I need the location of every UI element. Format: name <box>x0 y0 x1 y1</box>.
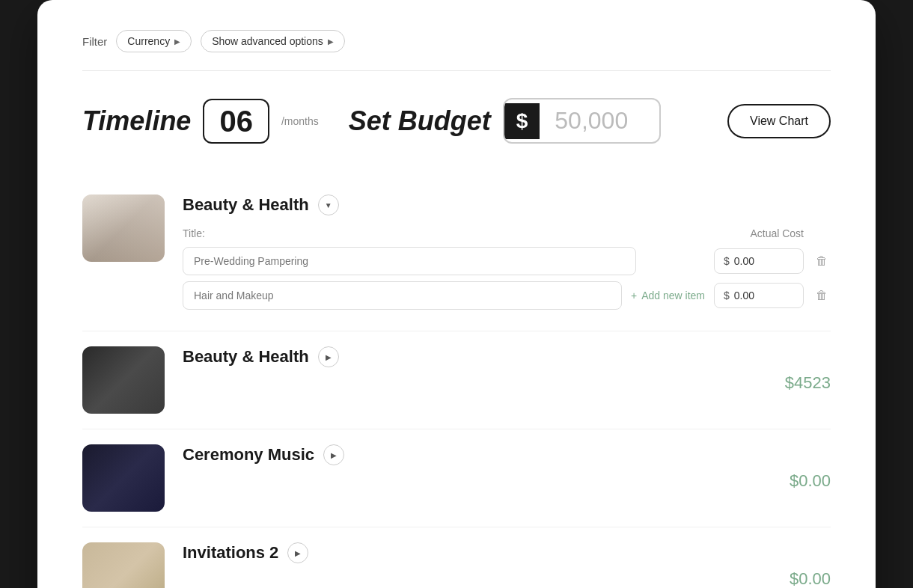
category-content-ceremony: Ceremony Music ▶ <box>183 444 772 477</box>
budget-amount-placeholder[interactable]: 50,000 <box>540 99 659 142</box>
filter-bar: Filter Currency ▶ Show advanced options … <box>82 30 831 71</box>
cost-value-2: 0.00 <box>734 290 754 301</box>
category-header: Beauty & Health ▼ <box>183 195 831 215</box>
advanced-arrow-icon: ▶ <box>328 37 334 46</box>
main-container: Filter Currency ▶ Show advanced options … <box>37 0 876 588</box>
cost-value-1: 0.00 <box>734 255 754 267</box>
category-row-invitations: Invitations 2 ▶ $0.00 <box>82 527 831 588</box>
cost-input-1: $ 0.00 <box>714 248 804 274</box>
category-title-2: Beauty & Health <box>183 347 309 367</box>
category-header-3: Ceremony Music ▶ <box>183 444 772 465</box>
category-row-ceremony: Ceremony Music ▶ $0.00 <box>82 429 831 527</box>
category-toggle-expanded[interactable]: ▼ <box>318 195 339 215</box>
category-content-beauty-collapsed: Beauty & Health ▶ <box>183 346 767 379</box>
advanced-options-label: Show advanced options <box>212 35 323 47</box>
toggle-right-icon-2: ▶ <box>326 353 332 361</box>
category-title: Beauty & Health <box>183 195 309 215</box>
category-image-beauty-expanded <box>82 195 165 262</box>
items-header: Title: Actual Cost <box>183 227 831 239</box>
item-input-1[interactable] <box>183 247 636 275</box>
filter-label: Filter <box>82 35 107 48</box>
toggle-right-icon-4: ▶ <box>295 549 301 557</box>
category-amount-3: $0.00 <box>790 465 831 491</box>
timeline-label: Timeline <box>82 105 191 137</box>
category-image-ceremony <box>82 444 165 512</box>
timeline-value-box: 06 <box>203 99 269 144</box>
toggle-right-icon-3: ▶ <box>331 451 337 459</box>
currency-label: Currency <box>127 35 170 47</box>
category-content-invitations: Invitations 2 ▶ <box>183 542 772 575</box>
header-row: Timeline 06 /months Set Budget $ 50,000 … <box>82 98 831 144</box>
delete-icon-2[interactable]: 🗑 <box>813 286 831 305</box>
timeline-section: Timeline 06 /months <box>82 99 319 144</box>
categories-list: Beauty & Health ▼ Title: Actual Cost <box>82 180 831 588</box>
delete-icon-1[interactable]: 🗑 <box>813 251 831 271</box>
expanded-content: Title: Actual Cost $ 0.00 🗑 <box>183 227 831 316</box>
item-input-2[interactable] <box>183 281 622 310</box>
category-title-3: Ceremony Music <box>183 445 314 465</box>
view-chart-button[interactable]: View Chart <box>727 104 831 138</box>
category-header-4: Invitations 2 ▶ <box>183 542 772 563</box>
actual-cost-label: Actual Cost <box>750 227 804 239</box>
budget-currency-symbol: $ <box>504 103 540 139</box>
currency-filter[interactable]: Currency ▶ <box>116 30 192 52</box>
item-row-1: $ 0.00 🗑 <box>183 247 831 275</box>
category-amount-4: $0.00 <box>790 563 831 588</box>
category-image-beauty-collapsed <box>82 346 165 414</box>
cost-currency-2: $ <box>724 290 730 301</box>
category-row: Beauty & Health ▼ Title: Actual Cost <box>82 180 831 331</box>
currency-arrow-icon: ▶ <box>174 37 180 46</box>
category-row-beauty-collapsed: Beauty & Health ▶ $4523 <box>82 331 831 429</box>
category-image-invitations <box>82 542 165 588</box>
cost-currency-1: $ <box>724 255 730 267</box>
category-title-4: Invitations 2 <box>183 543 278 563</box>
add-item-button[interactable]: + Add new item <box>631 282 705 309</box>
category-amount-2: $4523 <box>785 367 831 393</box>
budget-input-wrapper: $ 50,000 <box>503 98 662 144</box>
add-item-label: Add new item <box>641 290 705 301</box>
category-header-2: Beauty & Health ▶ <box>183 346 767 367</box>
cost-input-2: $ 0.00 <box>714 283 804 308</box>
budget-label: Set Budget <box>349 105 491 137</box>
plus-icon: + <box>631 290 637 301</box>
category-toggle-4[interactable]: ▶ <box>287 542 308 563</box>
budget-section: Set Budget $ 50,000 <box>349 98 662 144</box>
timeline-unit: /months <box>281 115 319 127</box>
toggle-down-icon: ▼ <box>325 201 332 209</box>
advanced-options-filter[interactable]: Show advanced options ▶ <box>201 30 345 52</box>
category-toggle-2[interactable]: ▶ <box>318 346 339 367</box>
category-content-beauty-expanded: Beauty & Health ▼ Title: Actual Cost <box>183 195 831 316</box>
item-row-2: + Add new item $ 0.00 🗑 <box>183 281 831 310</box>
category-toggle-3[interactable]: ▶ <box>323 444 344 465</box>
items-label: Title: <box>183 227 205 239</box>
timeline-value: 06 <box>219 105 253 138</box>
